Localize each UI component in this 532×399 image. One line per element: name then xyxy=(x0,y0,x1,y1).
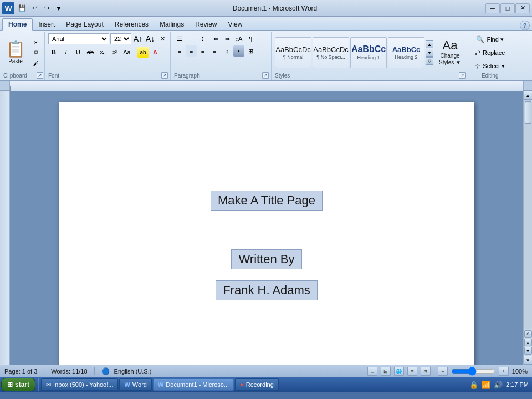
clipboard-small-buttons: ✂ ⧉ 🖌 xyxy=(29,37,43,68)
zoom-in-btn[interactable]: + xyxy=(499,367,509,376)
taskbar-item-recording[interactable]: ● Recording xyxy=(235,378,279,391)
decrease-indent-button[interactable]: ⇐ xyxy=(210,33,221,44)
clipboard-expand[interactable]: ↗ xyxy=(37,72,43,79)
prev-page-btn[interactable]: ▲ xyxy=(524,339,532,346)
highlight-button[interactable]: ab xyxy=(137,47,149,58)
vertical-scrollbar[interactable]: ▲ ⊙ ▲ ▼ ▼ xyxy=(523,91,532,365)
para-shade-button[interactable]: ▪ xyxy=(233,45,244,57)
tab-home[interactable]: Home xyxy=(2,18,33,31)
scroll-track[interactable] xyxy=(524,100,532,329)
statusbar-right: □ ⊟ 🌐 ≡ ≋ − + 100% xyxy=(367,367,528,376)
increase-indent-button[interactable]: ⇒ xyxy=(222,33,233,44)
ruler-center-mark xyxy=(10,86,11,91)
tab-references[interactable]: References xyxy=(109,19,154,30)
tab-insert[interactable]: Insert xyxy=(33,19,60,30)
superscript-button[interactable]: x² xyxy=(109,47,120,58)
styles-more-btn[interactable]: ▽ xyxy=(426,57,433,65)
paste-button[interactable]: 📋 Paste xyxy=(3,37,28,69)
sort-button[interactable]: ↕A xyxy=(233,33,244,44)
style-heading2[interactable]: AaBbCc Heading 2 xyxy=(388,37,424,68)
scroll-down-arrow[interactable]: ▼ xyxy=(524,356,533,365)
replace-button[interactable]: ⇄ Replace xyxy=(472,47,508,59)
quick-access-toolbar: 💾 ↩ ↪ ▼ xyxy=(17,3,64,13)
window-title: Document1 - Microsoft Word xyxy=(233,4,318,12)
case-button[interactable]: Aa xyxy=(121,47,132,58)
tray-icon-security[interactable]: 🔒 xyxy=(469,381,478,389)
align-left-button[interactable]: ≡ xyxy=(174,45,185,57)
status-sep2 xyxy=(94,367,95,375)
style-normal[interactable]: AaBbCcDc ¶ Normal xyxy=(275,37,311,68)
cut-button[interactable]: ✂ xyxy=(29,37,43,47)
font-expand[interactable]: ↗ xyxy=(161,72,168,79)
taskbar-item-document[interactable]: W Document1 - Microso... xyxy=(153,378,234,391)
tray-icon-volume[interactable]: 🔊 xyxy=(494,381,503,389)
taskbar-item-word[interactable]: W Word xyxy=(119,378,151,391)
align-center-button[interactable]: ≡ xyxy=(186,45,197,57)
clear-format-button[interactable]: ✕ xyxy=(157,33,168,44)
office-icon[interactable]: W xyxy=(2,2,14,14)
save-qat-btn[interactable]: 💾 xyxy=(17,3,28,13)
scroll-thumb[interactable] xyxy=(525,101,531,124)
tab-view[interactable]: View xyxy=(223,19,248,30)
spelling-check-icon[interactable]: 🔵 xyxy=(101,367,110,375)
font-color-button[interactable]: A xyxy=(150,47,161,58)
find-button[interactable]: 🔍 Find ▾ xyxy=(473,33,507,45)
change-styles-button[interactable]: Aa ChangeStyles ▼ xyxy=(434,37,466,68)
zoom-slider[interactable] xyxy=(451,368,495,375)
document-scroll-area[interactable]: Make A Title Page Written By Frank H. Ad… xyxy=(10,91,523,365)
tab-mailings[interactable]: Mailings xyxy=(154,19,190,30)
full-reading-btn[interactable]: ⊟ xyxy=(381,367,391,376)
paragraph-expand[interactable]: ↗ xyxy=(262,72,269,79)
document-paper: Make A Title Page Written By Frank H. Ad… xyxy=(59,102,474,365)
bold-button[interactable]: B xyxy=(48,47,59,58)
help-button[interactable]: ? xyxy=(520,21,530,30)
font-size-selector[interactable]: 22 12 14 16 18 24 xyxy=(110,33,131,44)
close-btn[interactable]: ✕ xyxy=(515,3,530,13)
scrollbar-corner xyxy=(523,81,532,90)
style-no-spacing[interactable]: AaBbCcDc ¶ No Spaci... xyxy=(313,37,349,68)
outline-btn[interactable]: ≡ xyxy=(407,367,417,376)
select-button[interactable]: ⊹ Select ▾ xyxy=(472,60,508,72)
copy-button[interactable]: ⧉ xyxy=(29,48,43,58)
line-spacing-button[interactable]: ↕ xyxy=(222,45,233,57)
justify-button[interactable]: ≡ xyxy=(209,45,220,57)
zoom-out-btn[interactable]: − xyxy=(438,367,448,376)
start-button[interactable]: ⊞ start xyxy=(1,378,35,391)
tray-icon-network[interactable]: 📶 xyxy=(482,381,490,389)
styles-up-btn[interactable]: ▲ xyxy=(426,40,433,48)
scroll-up-arrow[interactable]: ▲ xyxy=(524,91,533,100)
style-heading1[interactable]: AaBbCc Heading 1 xyxy=(350,37,387,68)
undo-qat-btn[interactable]: ↩ xyxy=(29,3,40,13)
format-painter-button[interactable]: 🖌 xyxy=(29,58,43,68)
inbox-icon: ✉ xyxy=(46,381,51,388)
redo-qat-btn[interactable]: ↪ xyxy=(41,3,52,13)
language: English (U.S.) xyxy=(114,368,152,375)
underline-button[interactable]: U xyxy=(73,47,84,58)
taskbar-item-inbox[interactable]: ✉ Inbox (500) - Yahoo!... xyxy=(41,378,118,391)
italic-button[interactable]: I xyxy=(60,47,71,58)
qat-dropdown-btn[interactable]: ▼ xyxy=(53,3,64,13)
subscript-button[interactable]: x₂ xyxy=(97,47,108,58)
multilevel-button[interactable]: ⫶ xyxy=(197,33,208,44)
select-browse-btn[interactable]: ⊙ xyxy=(524,330,532,338)
restore-btn[interactable]: □ xyxy=(500,3,515,13)
font-family-selector[interactable]: Arial Times New Roman Calibri xyxy=(48,33,109,44)
zoom-level[interactable]: 100% xyxy=(512,368,528,375)
minimize-btn[interactable]: ─ xyxy=(485,3,500,13)
align-right-button[interactable]: ≡ xyxy=(197,45,208,57)
strikethrough-button[interactable]: ab xyxy=(85,47,96,58)
numbering-button[interactable]: ≡ xyxy=(186,33,197,44)
grow-font-button[interactable]: A↑ xyxy=(132,33,144,44)
web-layout-btn[interactable]: 🌐 xyxy=(394,367,404,376)
draft-btn[interactable]: ≋ xyxy=(421,367,431,376)
print-layout-btn[interactable]: □ xyxy=(367,367,377,376)
tab-review[interactable]: Review xyxy=(190,19,222,30)
tab-page-layout[interactable]: Page Layout xyxy=(60,19,109,30)
styles-down-btn[interactable]: ▼ xyxy=(426,49,433,57)
shrink-font-button[interactable]: A↓ xyxy=(145,33,156,44)
next-page-btn[interactable]: ▼ xyxy=(524,347,532,355)
styles-expand[interactable]: ↗ xyxy=(459,72,466,79)
borders-button[interactable]: ⊞ xyxy=(245,45,256,57)
bullets-button[interactable]: ☰ xyxy=(174,33,185,44)
show-hide-button[interactable]: ¶ xyxy=(245,33,256,44)
